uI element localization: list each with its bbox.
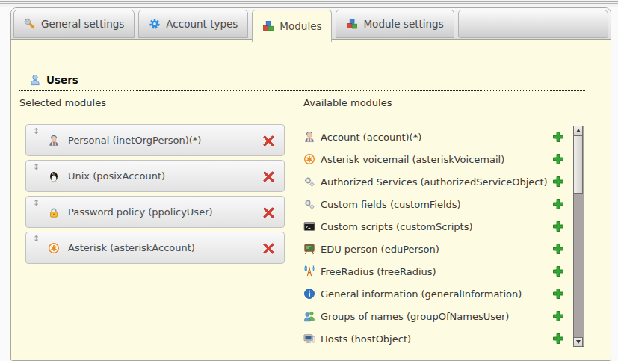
computer-icon [303, 333, 315, 345]
drag-handle-icon[interactable]: ↕ [33, 127, 40, 135]
tux-penguin-icon [48, 170, 60, 182]
available-module-label: Asterisk voicemail (asteriskVoicemail) [321, 154, 504, 165]
tab-modules[interactable]: Modules [252, 10, 332, 42]
available-module-row-hosts: Hosts (hostObject) [303, 327, 566, 350]
drag-handle-icon[interactable]: ↕ [33, 163, 40, 171]
blue-gear-icon [149, 18, 161, 30]
add-module-button[interactable] [552, 265, 564, 277]
remove-module-button[interactable] [262, 170, 275, 183]
drag-handle-icon[interactable]: ↕ [33, 199, 40, 207]
available-module-row-general-information: General information (generalInformation) [303, 283, 566, 305]
selected-module-row-password-policy: ↕ Password policy (ppolicyUser) [25, 196, 285, 228]
selected-module-row-personal: ↕ Personal (inetOrgPerson)(*) [25, 124, 285, 156]
selected-module-label: Unix (posixAccount) [68, 170, 165, 182]
available-module-label: Custom fields (customFields) [321, 199, 461, 210]
scrollbar-thumb[interactable] [573, 135, 583, 194]
user-silhouette-icon [29, 74, 41, 86]
modules-panel: General settings Account types [10, 7, 611, 361]
triangle-down-icon [576, 340, 581, 344]
available-module-label: Groups of names (groupOfNamesUser) [321, 311, 509, 322]
scroll-down-button[interactable] [573, 337, 583, 347]
gears-icon [303, 176, 315, 188]
available-module-label: Custom scripts (customScripts) [321, 221, 473, 232]
available-module-row-custom-scripts: Custom scripts (customScripts) [303, 215, 566, 238]
cubes-icon [346, 18, 358, 30]
tab-strip-filler [458, 10, 608, 38]
available-module-row-asterisk-voicemail: Asterisk voicemail (asteriskVoicemail) [303, 148, 566, 170]
selected-module-row-unix: ↕ Unix (posixAccount) [25, 160, 285, 192]
users-section-header: Users [19, 69, 585, 91]
available-module-label: General information (generalInformation) [321, 289, 522, 300]
tab-account-types[interactable]: Account types [138, 10, 248, 38]
remove-module-button[interactable] [262, 206, 275, 219]
tab-label: Account types [166, 18, 238, 30]
add-module-button[interactable] [552, 176, 564, 188]
person-icon [303, 131, 315, 143]
selected-module-label: Password policy (ppolicyUser) [68, 206, 213, 218]
triangle-up-icon [576, 129, 581, 132]
tab-general-settings[interactable]: General settings [13, 10, 135, 38]
window-top-edge [0, 0, 618, 7]
add-module-button[interactable] [552, 288, 564, 300]
people-group-icon [303, 310, 315, 322]
tab-label: General settings [41, 18, 124, 30]
wrench-icon [24, 18, 36, 30]
terminal-icon [303, 220, 315, 232]
lam-configuration-screen: General settings Account types [0, 0, 618, 364]
padlock-icon [48, 206, 60, 218]
add-module-button[interactable] [552, 131, 564, 143]
selected-modules-heading: Selected modules [19, 97, 106, 108]
tab-module-settings[interactable]: Module settings [336, 10, 454, 38]
tab-strip: General settings Account types [13, 10, 608, 44]
available-module-row-authorized-services: Authorized Services (authorizedServiceOb… [303, 170, 566, 193]
asterisk-circle-icon [303, 153, 315, 165]
available-module-label: Account (account)(*) [321, 132, 421, 143]
cubes-icon [262, 20, 274, 32]
selected-module-label: Personal (inetOrgPerson)(*) [68, 135, 201, 146]
asterisk-circle-icon [48, 242, 60, 254]
remove-module-button[interactable] [262, 135, 275, 147]
add-module-button[interactable] [552, 220, 564, 232]
available-module-label: Authorized Services (authorizedServiceOb… [321, 176, 548, 188]
tab-label: Modules [279, 20, 321, 32]
available-module-label: Hosts (hostObject) [321, 333, 411, 345]
drag-handle-icon[interactable]: ↕ [33, 235, 40, 243]
add-module-button[interactable] [552, 310, 564, 322]
tab-label: Module settings [363, 18, 443, 30]
add-module-button[interactable] [552, 198, 564, 210]
users-section-title: Users [46, 74, 78, 86]
person-icon [48, 135, 60, 146]
info-icon [303, 288, 315, 300]
available-modules-list: Account (account)(*) Asterisk voicemail … [303, 126, 566, 350]
gears-icon [303, 198, 315, 210]
chalkboard-icon [303, 243, 315, 255]
add-module-button[interactable] [552, 243, 564, 255]
selected-module-label: Asterisk (asteriskAccount) [68, 242, 195, 253]
page-bottom-margin [0, 361, 618, 364]
available-modules-heading: Available modules [303, 97, 392, 108]
available-module-row-edu-person: EDU person (eduPerson) [303, 238, 566, 260]
remove-module-button[interactable] [262, 242, 275, 255]
available-module-row-groups-of-names: Groups of names (groupOfNamesUser) [303, 305, 566, 327]
add-module-button[interactable] [552, 153, 564, 165]
available-modules-scrollbar[interactable] [573, 126, 584, 347]
available-module-label: EDU person (eduPerson) [321, 244, 439, 255]
selected-modules-list: ↕ Personal (inetOrgPerson)(*) [25, 124, 285, 268]
available-module-row-freeradius: FreeRadius (freeRadius) [303, 260, 566, 283]
available-module-row-custom-fields: Custom fields (customFields) [303, 193, 566, 215]
selected-module-row-asterisk: ↕ Asterisk (asteriskAccount) [25, 232, 285, 264]
scroll-up-button[interactable] [573, 126, 583, 135]
radio-antenna-icon [303, 265, 315, 277]
available-module-label: FreeRadius (freeRadius) [321, 266, 436, 277]
add-module-button[interactable] [552, 333, 564, 345]
available-module-row-account: Account (account)(*) [303, 126, 566, 148]
